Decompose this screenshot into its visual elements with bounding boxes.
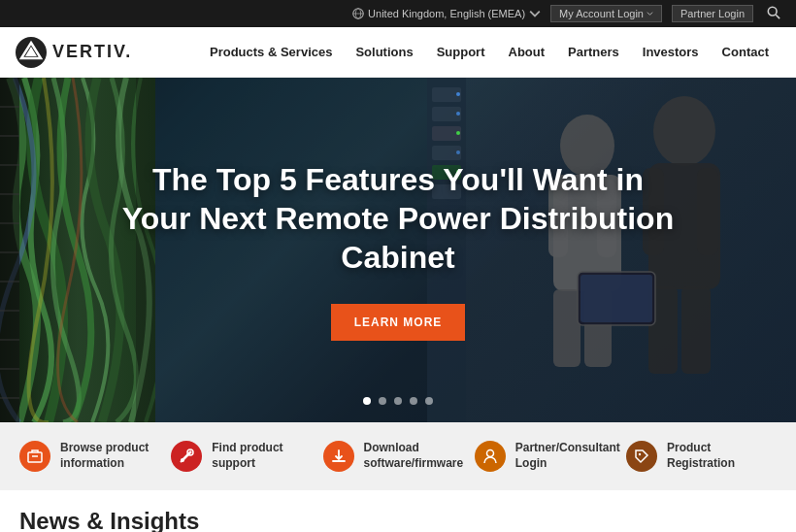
nav-item-support[interactable]: Support xyxy=(425,27,497,78)
find-support-icon-container xyxy=(171,441,202,472)
quick-link-download[interactable]: Download software/firmware xyxy=(323,441,475,472)
svg-line-4 xyxy=(776,15,779,18)
download-label: Download software/firmware xyxy=(364,441,475,471)
partner-login-icon-container xyxy=(475,441,506,472)
chevron-down-icon xyxy=(647,12,653,16)
hero-title: The Top 5 Features You'll Want in Your N… xyxy=(116,160,680,277)
nav-item-investors[interactable]: Investors xyxy=(631,27,711,78)
main-nav: VERTIV. Products & Services Solutions Su… xyxy=(0,27,796,78)
region-selector[interactable]: United Kingdom, English (EMEA) xyxy=(352,8,541,19)
wrench-icon xyxy=(178,448,195,465)
hero-dot-4[interactable] xyxy=(410,397,417,405)
nav-items: Products & Services Solutions Support Ab… xyxy=(161,27,780,78)
search-icon xyxy=(767,6,780,19)
hero-dots xyxy=(363,397,433,405)
browse-product-label: Browse product information xyxy=(60,441,171,471)
nav-item-solutions[interactable]: Solutions xyxy=(344,27,424,78)
quick-link-partner-login[interactable]: Partner/Consultant Login xyxy=(475,441,626,472)
quick-link-find-support[interactable]: Find product support xyxy=(171,441,322,472)
hero-content: The Top 5 Features You'll Want in Your N… xyxy=(0,78,796,422)
logo[interactable]: VERTIV. xyxy=(16,37,132,68)
vertiv-logo-icon xyxy=(16,37,47,68)
nav-item-about[interactable]: About xyxy=(497,27,557,78)
svg-point-3 xyxy=(768,7,777,16)
partner-login-label: Partner/Consultant Login xyxy=(515,441,626,471)
logo-text: VERTIV. xyxy=(52,42,132,62)
svg-point-56 xyxy=(486,450,493,457)
hero-dot-2[interactable] xyxy=(379,397,386,405)
quick-link-browse-product[interactable]: Browse product information xyxy=(19,441,171,472)
nav-item-partners[interactable]: Partners xyxy=(556,27,631,78)
hero-dot-3[interactable] xyxy=(394,397,402,405)
quick-link-product-registration[interactable]: Product Registration xyxy=(626,441,777,472)
news-section: News & Insights xyxy=(0,490,796,532)
hero-cta-button[interactable]: LEARN MORE xyxy=(331,304,466,341)
partner-login-button[interactable]: Partner Login xyxy=(672,5,753,22)
tag-icon xyxy=(633,448,650,465)
product-registration-icon-container xyxy=(626,441,657,472)
globe-icon xyxy=(352,8,364,19)
box-icon xyxy=(26,448,44,465)
product-registration-label: Product Registration xyxy=(667,441,777,471)
find-support-label: Find product support xyxy=(212,441,322,471)
region-label: United Kingdom, English (EMEA) xyxy=(368,8,525,19)
quick-links-bar: Browse product information Find product … xyxy=(0,422,796,490)
svg-point-57 xyxy=(639,453,641,455)
nav-item-contact[interactable]: Contact xyxy=(711,27,780,78)
chevron-down-icon xyxy=(529,8,541,19)
hero-dot-1[interactable] xyxy=(363,397,371,405)
account-login-button[interactable]: My Account Login xyxy=(550,5,662,22)
user-icon xyxy=(481,448,499,465)
download-icon xyxy=(330,448,348,465)
search-button[interactable] xyxy=(763,6,784,22)
news-title: News & Insights xyxy=(19,508,777,532)
top-bar: United Kingdom, English (EMEA) My Accoun… xyxy=(0,0,796,27)
download-icon-container xyxy=(323,441,354,472)
browse-product-icon-container xyxy=(19,441,50,472)
svg-rect-50 xyxy=(28,452,42,462)
hero-section: The Top 5 Features You'll Want in Your N… xyxy=(0,78,796,422)
nav-item-products-services[interactable]: Products & Services xyxy=(198,27,344,78)
svg-line-55 xyxy=(181,460,182,462)
hero-dot-5[interactable] xyxy=(425,397,433,405)
